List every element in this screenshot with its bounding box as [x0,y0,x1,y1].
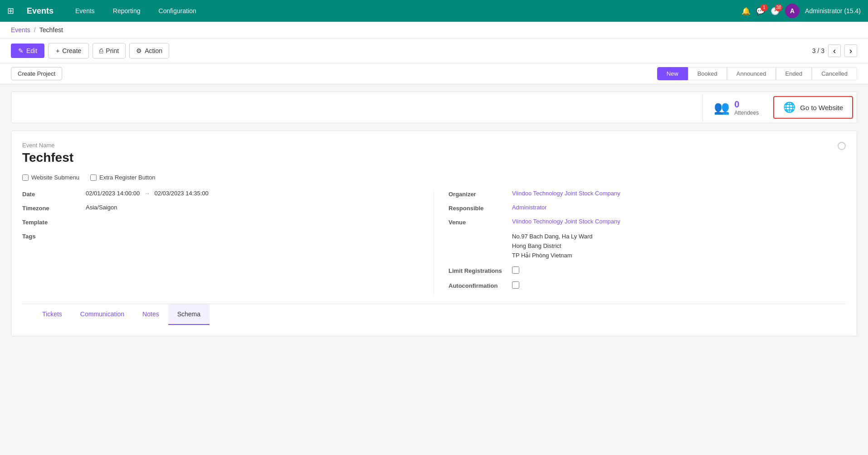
bell-icon [741,7,751,15]
attendees-smart-button[interactable]: 👥 0 Attendees [702,94,770,121]
prev-record-button[interactable] [828,44,841,57]
status-step-cancelled[interactable]: Cancelled [812,67,857,80]
action-button[interactable]: Action [129,43,169,58]
next-record-button[interactable] [844,44,857,57]
nav-link-reporting[interactable]: Reporting [109,5,144,16]
limit-registrations-label: Limit Registrations [449,266,512,274]
activities-icon-btn[interactable]: 38 [770,7,780,15]
notification-bell[interactable] [741,7,751,15]
extra-register-field: Extra Register Button [90,174,156,181]
pencil-icon [18,47,24,54]
venue-address-field-row: No.97 Bach Dang, Ha Ly Ward Hong Bang Di… [449,232,846,260]
chevron-right-icon [849,46,852,56]
limit-registrations-field-row: Limit Registrations [449,266,846,275]
nav-icons: 1 38 A Administrator (15.4) [741,4,861,18]
organizer-field-row: Organizer Viindoo Technology Joint Stock… [449,190,846,198]
go-to-website-label: Go to Website [800,104,843,111]
form-toolbar: Edit Create Print Action 3 / 3 [0,39,868,63]
plus-icon [56,47,59,54]
venue-address-line2: Hong Bang District [512,242,846,251]
messages-icon-btn[interactable]: 1 [756,7,765,15]
app-title: Events [27,6,54,16]
organizer-value: Viindoo Technology Joint Stock Company [512,190,846,197]
limit-registrations-value [512,266,846,275]
date-value: 02/01/2023 14:00:00 → 02/03/2023 14:35:0… [86,190,419,197]
breadcrumb-separator: / [34,26,36,34]
tab-communication[interactable]: Communication [71,304,133,325]
breadcrumb-current: Techfest [39,26,63,34]
checkboxes-row: Website Submenu Extra Register Button [22,174,846,181]
date-label: Date [22,190,86,198]
print-label: Print [106,47,119,54]
message-badge: 1 [761,4,768,11]
event-name-label: Event Name [22,142,73,149]
edit-label: Edit [26,47,37,54]
date-field-row: Date 02/01/2023 14:00:00 → 02/03/2023 14… [22,190,419,198]
extra-register-checkbox[interactable] [90,174,97,181]
go-to-website-button[interactable]: 🌐 Go to Website [773,96,853,119]
status-step-booked[interactable]: Booked [688,67,727,80]
main-content: 👥 0 Attendees 🌐 Go to Website Event Name… [0,84,868,344]
tab-schema[interactable]: Schema [168,304,210,325]
create-label: Create [62,47,81,54]
tab-notes[interactable]: Notes [133,304,168,325]
edit-button[interactable]: Edit [11,44,44,58]
create-button[interactable]: Create [48,43,89,58]
status-step-new[interactable]: New [657,67,688,80]
print-icon [99,47,103,54]
status-bar: Create Project New Booked Announced Ende… [0,63,868,84]
venue-field-row: Venue Viindoo Technology Joint Stock Com… [449,218,846,226]
tags-label: Tags [22,232,86,240]
status-radio-button[interactable] [838,142,846,150]
form-grid: Date 02/01/2023 14:00:00 → 02/03/2023 14… [22,190,846,296]
responsible-field-row: Responsible Administrator [449,204,846,212]
responsible-value: Administrator [512,204,846,211]
breadcrumb-parent[interactable]: Events [11,26,30,34]
venue-value: Viindoo Technology Joint Stock Company [512,218,846,225]
nav-link-events[interactable]: Events [72,5,98,16]
website-submenu-field: Website Submenu [22,174,79,181]
event-name-value: Techfest [22,150,73,165]
website-submenu-checkbox[interactable] [22,174,29,181]
venue-link[interactable]: Viindoo Technology Joint Stock Company [512,218,620,225]
status-step-ended[interactable]: Ended [776,67,812,80]
event-form: Event Name Techfest Website Submenu Extr… [11,131,857,336]
timezone-field-row: Timezone Asia/Saigon [22,204,419,212]
template-label: Template [22,218,86,226]
record-navigation: 3 / 3 [812,44,857,57]
responsible-link[interactable]: Administrator [512,204,547,211]
form-header: Event Name Techfest [22,142,846,165]
attendees-count: 0 [734,99,759,110]
venue-address-line3: TP Hải Phòng Vietnam [512,251,846,261]
user-avatar[interactable]: A [785,4,800,18]
template-field-row: Template [22,218,419,226]
organizer-label: Organizer [449,190,512,198]
tab-tickets[interactable]: Tickets [33,304,71,325]
venue-address-line1: No.97 Bach Dang, Ha Ly Ward [512,232,846,242]
nav-link-configuration[interactable]: Configuration [155,5,200,16]
breadcrumb: Events / Techfest [0,22,868,39]
record-position: 3 / 3 [812,47,824,54]
globe-icon: 🌐 [783,102,795,113]
people-icon: 👥 [714,100,730,115]
chevron-left-icon [833,46,836,56]
user-name[interactable]: Administrator (15.4) [805,7,861,15]
timezone-label: Timezone [22,204,86,212]
venue-label: Venue [449,218,512,226]
print-button[interactable]: Print [93,43,126,58]
form-left-column: Date 02/01/2023 14:00:00 → 02/03/2023 14… [22,190,434,296]
timezone-value: Asia/Saigon [86,204,419,211]
limit-registrations-checkbox[interactable] [512,266,519,274]
autoconfirmation-checkbox[interactable] [512,281,519,289]
top-navigation: ⊞ Events Events Reporting Configuration … [0,0,868,22]
form-right-column: Organizer Viindoo Technology Joint Stock… [434,190,846,296]
create-project-button[interactable]: Create Project [11,67,62,80]
organizer-link[interactable]: Viindoo Technology Joint Stock Company [512,190,620,197]
action-label: Action [145,47,162,54]
app-grid-icon[interactable]: ⊞ [7,6,14,16]
extra-register-label: Extra Register Button [99,174,156,181]
venue-address-value: No.97 Bach Dang, Ha Ly Ward Hong Bang Di… [512,232,846,260]
event-name-section: Event Name Techfest [22,142,73,165]
tabs-bar: Tickets Communication Notes Schema [22,304,846,325]
status-step-announced[interactable]: Announced [727,67,776,80]
